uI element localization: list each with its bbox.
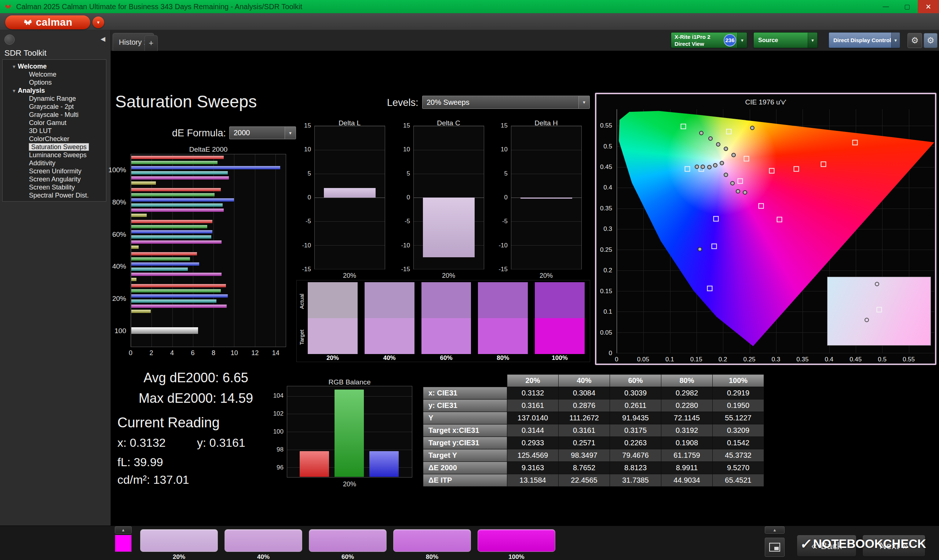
meter-name: X-Rite i1Pro 2 bbox=[675, 33, 724, 40]
close-button[interactable]: ✕ bbox=[918, 0, 939, 13]
pattern-swatch-label: 60% bbox=[341, 554, 354, 560]
cell-value: 9.5270 bbox=[713, 462, 764, 474]
sidebar-collapse-button[interactable]: ◀ bbox=[100, 35, 105, 43]
bar-group-80pct bbox=[131, 186, 285, 219]
tree-section-welcome[interactable]: ▾Welcome bbox=[3, 62, 106, 70]
calman-menu-button[interactable]: calman bbox=[5, 15, 90, 29]
maximize-button[interactable]: ▢ bbox=[896, 0, 918, 13]
sidebar-home-button[interactable] bbox=[5, 34, 15, 45]
pattern-bar-collapse-left-button[interactable]: ▲ bbox=[115, 526, 132, 534]
column-header-100pct: 100% bbox=[713, 375, 764, 387]
pattern-window-button[interactable] bbox=[765, 538, 785, 557]
sidebar-item-saturation-sweeps[interactable]: Saturation Sweeps bbox=[3, 143, 106, 151]
bar bbox=[131, 220, 212, 223]
bar bbox=[131, 176, 229, 180]
axis-tick-label: 0.2 bbox=[594, 267, 612, 274]
cie-diagram-title: CIE 1976 u'v' bbox=[745, 98, 786, 106]
cell-value: 8.7652 bbox=[559, 462, 610, 474]
sidebar-item-dynamic-range[interactable]: Dynamic Range bbox=[3, 95, 106, 103]
back-button[interactable]: « Back bbox=[797, 535, 856, 557]
gridline bbox=[414, 126, 484, 126]
chevron-down-icon: ▼ bbox=[808, 32, 817, 48]
reading-x: x: 0.3132 bbox=[117, 436, 166, 450]
de-formula-select[interactable]: 2000 ▼ bbox=[229, 126, 296, 139]
sidebar-item-screen-uniformity[interactable]: Screen Uniformity bbox=[3, 167, 106, 175]
calman-butterfly-icon bbox=[23, 18, 32, 27]
sidebar-item-spectral-power-dist[interactable]: Spectral Power Dist. bbox=[3, 191, 106, 199]
gridline bbox=[315, 126, 385, 126]
axis-tick-label: -15 bbox=[489, 266, 508, 273]
bar bbox=[131, 305, 227, 308]
swatch-label: 100% bbox=[535, 354, 585, 362]
cell-value: 9.3163 bbox=[507, 462, 559, 474]
pattern-swatch-row: 20%40%60%80%100% bbox=[140, 529, 555, 560]
sidebar-item-label: Screen Angularity bbox=[29, 175, 81, 183]
axis-tick-label: 40% bbox=[112, 262, 126, 271]
levels-select[interactable]: 20% Sweeps ▼ bbox=[422, 95, 590, 109]
next-button[interactable]: Next » bbox=[862, 535, 925, 557]
pattern-swatch-button-60pct[interactable] bbox=[309, 529, 387, 552]
sidebar-item-3d-lut[interactable]: 3D LUT bbox=[3, 127, 106, 135]
target-point bbox=[711, 244, 717, 249]
de-formula-label: dE Formula: bbox=[172, 128, 226, 139]
bar bbox=[131, 225, 207, 228]
sidebar-item-options[interactable]: Options bbox=[3, 78, 106, 86]
pattern-swatch-button-20pct[interactable] bbox=[140, 529, 218, 552]
sidebar-item-welcome[interactable]: Welcome bbox=[3, 70, 106, 78]
add-tab-button[interactable]: + bbox=[145, 35, 158, 51]
pattern-swatch-button-100pct[interactable] bbox=[478, 529, 555, 552]
axis-tick-label: 14 bbox=[272, 349, 279, 357]
tree-section-label: Welcome bbox=[18, 63, 47, 70]
sidebar-item-luminance-sweeps[interactable]: Luminance Sweeps bbox=[3, 151, 106, 159]
sidebar-item-colorchecker[interactable]: ColorChecker bbox=[3, 135, 106, 143]
meter-select[interactable]: X-Rite i1Pro 2 Direct View 236 ▼ bbox=[671, 32, 747, 48]
bar bbox=[131, 166, 280, 169]
pattern-swatch-label: 40% bbox=[257, 554, 270, 560]
row-label: Y bbox=[423, 412, 507, 425]
sidebar-item-grayscale-2pt[interactable]: Grayscale - 2pt bbox=[3, 103, 106, 111]
settings-button[interactable]: ⚙ bbox=[907, 33, 922, 48]
sidebar-item-grayscale-multi[interactable]: Grayscale - Multi bbox=[3, 111, 106, 119]
gridline bbox=[511, 245, 581, 246]
active-pattern-color-chip[interactable] bbox=[115, 535, 132, 552]
expander-icon[interactable]: ▾ bbox=[13, 88, 15, 94]
bar bbox=[131, 262, 199, 266]
axis-tick-label: -10 bbox=[292, 242, 311, 249]
bar bbox=[131, 257, 190, 261]
minimize-button[interactable]: — bbox=[875, 0, 896, 13]
pattern-swatch-button-80pct[interactable] bbox=[393, 529, 471, 552]
measured-point bbox=[750, 126, 754, 130]
pattern-bar-collapse-right-button[interactable]: ▲ bbox=[765, 526, 785, 534]
bar-r bbox=[300, 451, 329, 477]
axis-tick-label: 0.4 bbox=[594, 184, 612, 191]
delta-bar bbox=[521, 197, 572, 198]
expander-icon[interactable]: ▾ bbox=[13, 64, 15, 69]
pattern-swatch-20pct: 20% bbox=[140, 529, 218, 560]
cell-value: 0.1908 bbox=[661, 437, 713, 449]
swatch-row-labels: Actual Target bbox=[297, 280, 308, 362]
axis-tick-label: 96 bbox=[264, 464, 284, 471]
cell-value: 0.2919 bbox=[713, 387, 764, 400]
axis-tick-label: 0 bbox=[615, 356, 618, 363]
target-point bbox=[777, 217, 782, 222]
measured-point bbox=[713, 163, 717, 168]
table-header-row: 20%40%60%80%100% bbox=[423, 375, 764, 387]
workflow-settings-button[interactable]: ⚙ bbox=[924, 33, 937, 48]
calman-menu-dropdown-button[interactable]: ▼ bbox=[93, 17, 104, 28]
cell-value: 0.1542 bbox=[713, 437, 764, 449]
bar-g bbox=[335, 389, 364, 477]
cell-value: 79.4676 bbox=[610, 449, 661, 462]
measured-point bbox=[724, 146, 728, 151]
sidebar-item-screen-angularity[interactable]: Screen Angularity bbox=[3, 175, 106, 183]
column-header-80pct: 80% bbox=[661, 375, 713, 387]
sidebar-item-label: Additivity bbox=[29, 159, 56, 167]
pattern-swatch-button-40pct[interactable] bbox=[225, 529, 302, 552]
tree-section-analysis[interactable]: ▾Analysis bbox=[3, 86, 106, 95]
display-control-select[interactable]: Direct Display Control ▼ bbox=[829, 32, 900, 48]
sidebar-item-color-gamut[interactable]: Color Gamut bbox=[3, 119, 106, 127]
cie-diagram-panel: CIE 1976 u'v' 0.550.50.450.40.350.30.250… bbox=[595, 93, 936, 365]
source-select[interactable]: Source ▼ bbox=[753, 32, 817, 48]
cell-value: 137.0140 bbox=[507, 412, 559, 425]
sidebar-item-additivity[interactable]: Additivity bbox=[3, 159, 106, 167]
sidebar-item-screen-stability[interactable]: Screen Stability bbox=[3, 183, 106, 191]
